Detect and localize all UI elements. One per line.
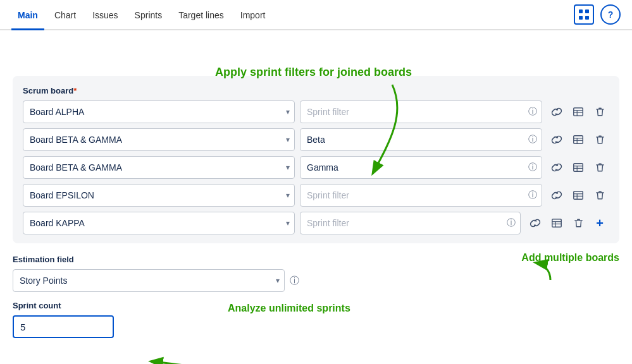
- link-icon-btn-4[interactable]: [547, 186, 566, 205]
- link-icon-btn-3[interactable]: [547, 158, 566, 177]
- sprint-count-input[interactable]: [13, 315, 114, 338]
- estimation-field-label: Estimation field: [13, 255, 619, 264]
- required-marker: *: [73, 86, 77, 95]
- link-icon-btn-5[interactable]: [526, 214, 545, 233]
- table-icon-btn-5[interactable]: [547, 214, 566, 233]
- svg-rect-16: [574, 191, 583, 200]
- svg-rect-1: [585, 9, 589, 13]
- sprint-filter-wrapper-1: ⓘ: [300, 100, 542, 123]
- board-row: Board KAPPA ▾ ⓘ: [23, 212, 609, 234]
- delete-icon-btn-2[interactable]: [590, 130, 609, 149]
- board-select-wrapper-4: Board EPSILON ▾: [23, 184, 295, 207]
- board-select-1[interactable]: Board ALPHA: [23, 100, 295, 123]
- board-row: Board BETA & GAMMA ▾ ⓘ: [23, 128, 609, 151]
- action-icons-4: [547, 186, 609, 205]
- scrum-board-panel: Scrum board* Board ALPHA ▾ ⓘ: [13, 76, 619, 243]
- svg-rect-0: [579, 9, 583, 13]
- svg-rect-20: [552, 219, 561, 228]
- sprint-count-section: Sprint count: [13, 301, 619, 338]
- tab-issues[interactable]: Issues: [86, 1, 124, 30]
- delete-icon-btn-5[interactable]: [569, 214, 588, 233]
- svg-rect-3: [585, 16, 589, 20]
- sprint-filter-wrapper-4: ⓘ: [300, 184, 542, 207]
- board-select-4[interactable]: Board EPSILON: [23, 184, 295, 207]
- grid-icon-button[interactable]: [574, 4, 594, 25]
- board-select-wrapper-3: Board BETA & GAMMA ▾: [23, 156, 295, 179]
- sprint-filter-input-2[interactable]: [300, 128, 542, 151]
- scrum-board-label: Scrum board*: [23, 86, 609, 95]
- main-content: Apply sprint filters for joined boards S…: [0, 30, 632, 351]
- board-select-2[interactable]: Board BETA & GAMMA: [23, 128, 295, 151]
- tab-import[interactable]: Import: [234, 1, 272, 30]
- sprint-filter-wrapper-5: ⓘ: [300, 212, 521, 234]
- estimation-section: Estimation field Story Points ▾ ⓘ: [13, 255, 619, 292]
- estimation-info-icon[interactable]: ⓘ: [290, 275, 299, 287]
- board-row: Board ALPHA ▾ ⓘ: [23, 100, 609, 123]
- board-row: Board BETA & GAMMA ▾ ⓘ: [23, 156, 609, 179]
- sprint-filter-wrapper-3: ⓘ: [300, 156, 542, 179]
- tab-chart[interactable]: Chart: [48, 1, 82, 30]
- svg-rect-2: [579, 16, 583, 20]
- table-icon-btn-2[interactable]: [569, 130, 588, 149]
- tab-main[interactable]: Main: [11, 1, 44, 30]
- delete-icon-btn-4[interactable]: [590, 186, 609, 205]
- tab-sprints[interactable]: Sprints: [128, 1, 169, 30]
- table-icon-btn-4[interactable]: [569, 186, 588, 205]
- top-navigation: Main Chart Issues Sprints Target lines I…: [0, 0, 632, 30]
- board-row: Board EPSILON ▾ ⓘ: [23, 184, 609, 207]
- help-icon-button[interactable]: ?: [600, 4, 621, 25]
- table-icon-btn-3[interactable]: [569, 158, 588, 177]
- delete-icon-btn-3[interactable]: [590, 158, 609, 177]
- table-icon-btn-1[interactable]: [569, 102, 588, 121]
- link-icon-btn-1[interactable]: [547, 102, 566, 121]
- estimation-select[interactable]: Story Points: [13, 269, 285, 292]
- nav-icons: ?: [574, 4, 621, 25]
- tab-target-lines[interactable]: Target lines: [172, 1, 230, 30]
- sprint-filter-input-4[interactable]: [300, 184, 542, 207]
- action-icons-3: [547, 158, 609, 177]
- svg-rect-12: [574, 164, 583, 172]
- board-select-5[interactable]: Board KAPPA: [23, 212, 295, 234]
- sprint-filter-input-1[interactable]: [300, 100, 542, 123]
- board-select-wrapper-1: Board ALPHA ▾: [23, 100, 295, 123]
- estimation-row: Story Points ▾ ⓘ: [13, 269, 619, 292]
- sprint-filter-input-5[interactable]: [300, 212, 521, 234]
- board-select-3[interactable]: Board BETA & GAMMA: [23, 156, 295, 179]
- svg-rect-4: [574, 108, 583, 116]
- action-icons-2: [547, 130, 609, 149]
- sprint-filter-wrapper-2: ⓘ: [300, 128, 542, 151]
- sprint-filter-input-3[interactable]: [300, 156, 542, 179]
- nav-tabs: Main Chart Issues Sprints Target lines I…: [11, 0, 271, 29]
- action-icons-5: +: [526, 214, 609, 233]
- add-board-button[interactable]: +: [590, 214, 609, 233]
- action-icons-1: [547, 102, 609, 121]
- sprint-count-label: Sprint count: [13, 301, 619, 310]
- svg-rect-8: [574, 136, 583, 144]
- delete-icon-btn-1[interactable]: [590, 102, 609, 121]
- board-select-wrapper-2: Board BETA & GAMMA ▾: [23, 128, 295, 151]
- estimation-select-wrapper: Story Points ▾: [13, 269, 285, 292]
- board-select-wrapper-5: Board KAPPA ▾: [23, 212, 295, 234]
- link-icon-btn-2[interactable]: [547, 130, 566, 149]
